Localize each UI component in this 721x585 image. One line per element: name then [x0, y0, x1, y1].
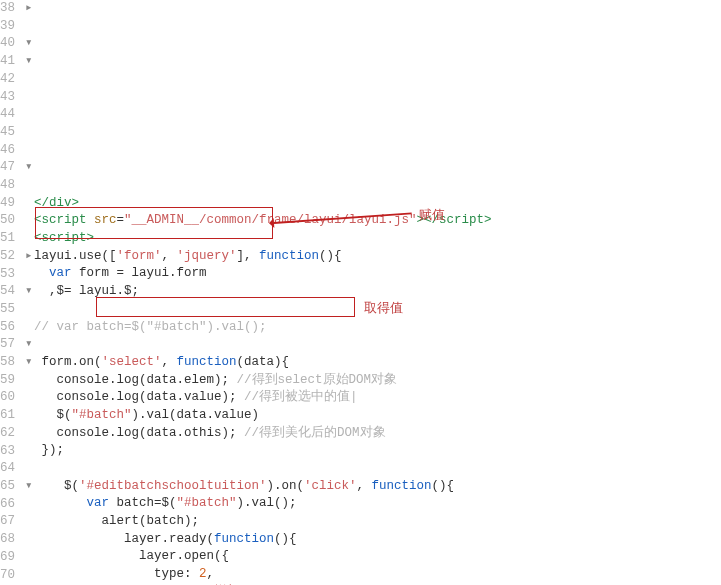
code-line: console.log(data.elem); //得到select原始DOM对…	[34, 372, 721, 390]
line-number: 59	[0, 372, 26, 390]
line-number: 70	[0, 567, 26, 585]
label-getvalue: 取得值	[364, 300, 403, 318]
line-number: 55	[0, 301, 26, 319]
line-number: 67	[0, 513, 26, 531]
line-number: 44	[0, 106, 26, 124]
line-number: 57 ▾	[0, 336, 26, 354]
code-line: $("#batch").val(data.value)	[34, 407, 721, 425]
line-number: 41 ▾	[0, 53, 26, 71]
line-number: 63	[0, 443, 26, 461]
line-number: 64	[0, 460, 26, 478]
code-line: console.log(data.othis); //得到美化后的DOM对象	[34, 425, 721, 443]
line-number: 58 ▾	[0, 354, 26, 372]
line-number: 38 ▸	[0, 0, 26, 18]
code-line: form.on('select', function(data){	[34, 354, 721, 372]
line-number: 47 ▾	[0, 159, 26, 177]
line-number-gutter: 38 ▸39 40 ▾41 ▾42 43 44 45 46 47 ▾48 49 …	[0, 0, 34, 585]
line-number: 60	[0, 389, 26, 407]
code-line: $('#editbatchschooltuition').on('click',…	[34, 478, 721, 496]
line-number: 54 ▾	[0, 283, 26, 301]
line-number: 68	[0, 531, 26, 549]
code-line: // var batch=$("#batch").val();	[34, 319, 721, 337]
code-line: var batch=$("#batch").val();	[34, 495, 721, 513]
line-number: 52 ▸	[0, 248, 26, 266]
line-number: 65 ▾	[0, 478, 26, 496]
line-number: 39	[0, 18, 26, 36]
code-line: ,$= layui.$;	[34, 283, 721, 301]
code-line	[34, 336, 721, 354]
line-number: 62	[0, 425, 26, 443]
code-line: layer.open({	[34, 548, 721, 566]
line-number: 61	[0, 407, 26, 425]
line-number: 56	[0, 319, 26, 337]
code-line: layer.ready(function(){	[34, 531, 721, 549]
code-line: var form = layui.form	[34, 265, 721, 283]
code-area: 赋值 取得值 </div><script src="__ADMIN__/comm…	[34, 0, 721, 585]
code-line: type: 2,	[34, 566, 721, 584]
line-number: 51	[0, 230, 26, 248]
line-number: 43	[0, 89, 26, 107]
line-number: 42	[0, 71, 26, 89]
line-number: 46	[0, 142, 26, 160]
line-number: 53	[0, 266, 26, 284]
line-number: 48	[0, 177, 26, 195]
code-editor: 38 ▸39 40 ▾41 ▾42 43 44 45 46 47 ▾48 49 …	[0, 0, 721, 585]
code-line: console.log(data.value); //得到被选中的值|	[34, 389, 721, 407]
line-number: 50	[0, 212, 26, 230]
line-number: 40 ▾	[0, 35, 26, 53]
code-line: <script>	[34, 230, 721, 248]
line-number: 66	[0, 496, 26, 514]
code-line: });	[34, 442, 721, 460]
line-number: 69	[0, 549, 26, 567]
code-line	[34, 460, 721, 478]
code-line: </div>	[34, 195, 721, 213]
code-line: alert(batch);	[34, 513, 721, 531]
code-line: layui.use(['form', 'jquery'], function()…	[34, 248, 721, 266]
line-number: 49	[0, 195, 26, 213]
label-assign: 赋值	[419, 207, 445, 225]
line-number: 45	[0, 124, 26, 142]
